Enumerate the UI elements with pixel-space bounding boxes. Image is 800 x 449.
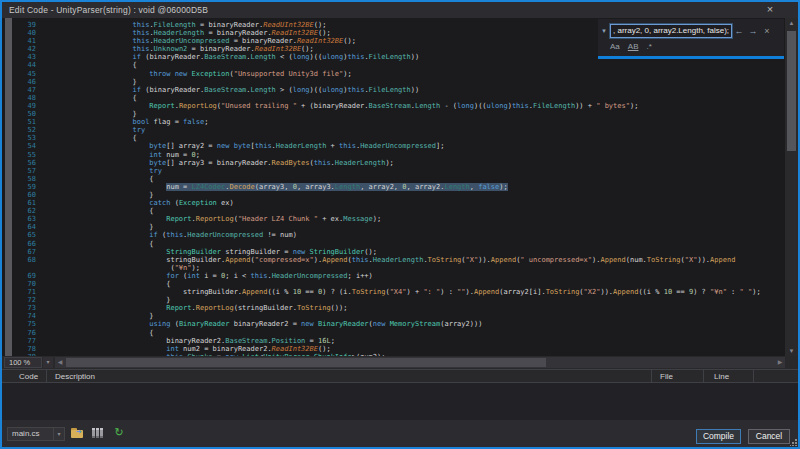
find-previous-icon[interactable]: ← — [732, 26, 746, 36]
file-tab-combobox[interactable]: main.cs ▾ — [7, 427, 65, 441]
line-number: 60 — [2, 191, 36, 199]
add-document-button[interactable]: ➜ — [70, 426, 84, 440]
file-tab-label: main.cs — [8, 428, 53, 440]
line-number: 51 — [2, 118, 36, 126]
code-line[interactable]: 75 using (BinaryReader binaryReader2 = n… — [2, 320, 798, 328]
line-number: 61 — [2, 199, 36, 207]
line-number: 46 — [2, 78, 36, 86]
line-number: 43 — [2, 53, 36, 61]
code-line[interactable]: 76 { — [2, 329, 798, 337]
column-header-description[interactable]: Description — [47, 370, 652, 382]
file-tab-dropdown-icon[interactable]: ▾ — [53, 428, 64, 440]
line-number: 49 — [2, 102, 36, 110]
edit-code-dialog: Edit Code - UnityParser(string) : void @… — [0, 0, 800, 449]
line-number: 75 — [2, 320, 36, 328]
column-header-code[interactable]: Code — [2, 370, 47, 382]
code-line[interactable]: 55 int num = 0; — [2, 151, 798, 159]
line-number: 72 — [2, 296, 36, 304]
code-line[interactable]: 66 { — [2, 240, 798, 248]
whole-word-toggle[interactable]: AB — [628, 42, 639, 51]
code-line[interactable]: 70 { — [2, 280, 798, 288]
vertical-scrollbar-thumb[interactable] — [787, 31, 796, 151]
scroll-right-icon[interactable]: ▶ — [775, 357, 785, 368]
code-line[interactable]: 52 try — [2, 126, 798, 134]
code-line[interactable]: ("¥n"); — [2, 264, 798, 272]
bottom-bar: main.cs ▾ ➜ ↻ Compile Cancel — [2, 420, 798, 447]
line-number: 48 — [2, 94, 36, 102]
line-number: 44 — [2, 61, 36, 69]
code-line[interactable]: 63 Report.ReportLog("Header LZ4 Chunk " … — [2, 215, 798, 223]
code-line[interactable]: 64 } — [2, 223, 798, 231]
title-bar[interactable]: Edit Code - UnityParser(string) : void @… — [2, 2, 798, 18]
code-line[interactable]: 73 Report.ReportLog(stringBuilder.ToStri… — [2, 304, 798, 312]
compile-button[interactable]: Compile — [696, 429, 741, 444]
scroll-left-icon[interactable]: ◀ — [55, 357, 65, 368]
line-number: 70 — [2, 280, 36, 288]
line-number: 56 — [2, 159, 36, 167]
scroll-up-icon[interactable]: ▲ — [785, 18, 798, 28]
code-line[interactable]: 57 try — [2, 167, 798, 175]
line-number — [2, 264, 36, 272]
scroll-down-icon[interactable]: ▼ — [785, 346, 798, 356]
code-line[interactable]: 48 { — [2, 94, 798, 102]
code-line[interactable]: 58 { — [2, 175, 798, 183]
folder-arrow-icon: ➜ — [76, 428, 82, 435]
gac-reference-icon: ↻ — [112, 426, 126, 440]
code-line[interactable]: 61 catch (Exception ex) — [2, 199, 798, 207]
find-next-icon[interactable]: → — [746, 26, 760, 36]
line-number: 55 — [2, 151, 36, 159]
code-line[interactable]: 59 num = LZ4Codec.Decode(array3, 0, arra… — [2, 183, 798, 191]
zoom-level-control[interactable]: 100 % — [4, 357, 42, 368]
line-number: 64 — [2, 223, 36, 231]
code-line[interactable]: 44 { — [2, 61, 798, 69]
match-case-toggle[interactable]: Aa — [610, 42, 620, 51]
code-line[interactable]: 60 } — [2, 191, 798, 199]
code-line[interactable]: 54 byte[] array2 = new byte[this.HeaderL… — [2, 142, 798, 150]
vertical-scrollbar[interactable]: ▲ ▼ — [785, 18, 798, 356]
horizontal-scrollbar[interactable]: ◀ ▶ — [55, 357, 785, 368]
find-input[interactable] — [610, 24, 732, 38]
code-line[interactable]: 50 } — [2, 110, 798, 118]
code-line[interactable]: 77 binaryReader2.BaseStream.Position = 1… — [2, 337, 798, 345]
line-number: 42 — [2, 45, 36, 53]
code-line[interactable]: 46 } — [2, 78, 798, 86]
code-line[interactable]: 56 byte[] array3 = binaryReader.ReadByte… — [2, 159, 798, 167]
regex-toggle[interactable]: .* — [646, 42, 651, 51]
code-line[interactable]: 47 if (binaryReader.BaseStream.Length > … — [2, 86, 798, 94]
code-line[interactable]: 45 throw new Exception("Unsupported Unit… — [2, 70, 798, 78]
find-history-chevron-icon[interactable]: ▾ — [598, 27, 610, 35]
code-editor[interactable]: 39 this.FileLength = binaryReader.ReadUI… — [2, 18, 798, 356]
line-number: 78 — [2, 345, 36, 353]
error-list-body[interactable] — [2, 383, 798, 420]
code-line[interactable]: 74 } — [2, 312, 798, 320]
line-number: 68 — [2, 256, 36, 264]
line-number: 63 — [2, 215, 36, 223]
add-assembly-reference-button[interactable] — [91, 426, 105, 440]
code-line[interactable]: 51 bool flag = false; — [2, 118, 798, 126]
code-line[interactable]: 53 { — [2, 134, 798, 142]
horizontal-scrollbar-thumb[interactable] — [66, 358, 546, 367]
find-close-icon[interactable]: × — [760, 26, 774, 36]
line-number: 52 — [2, 126, 36, 134]
code-line[interactable]: 72 } — [2, 296, 798, 304]
code-line[interactable]: 67 StringBuilder stringBuilder = new Str… — [2, 248, 798, 256]
find-panel: ▾ ← → × Aa AB .* — [598, 19, 784, 59]
code-line[interactable]: 71 stringBuilder.Append((i % 10 == 0) ? … — [2, 288, 798, 296]
code-line[interactable]: 78 int num2 = binaryReader2.ReadInt32BE(… — [2, 345, 798, 353]
code-line[interactable]: 69 for (int i = 0; i < this.HeaderUncomp… — [2, 272, 798, 280]
code-line[interactable]: 49 Report.ReportLog("Unused trailing " +… — [2, 102, 798, 110]
resize-grip[interactable] — [790, 439, 797, 446]
code-line[interactable]: 68 stringBuilder.Append("compressed=x").… — [2, 256, 798, 264]
column-header-line[interactable]: Line — [704, 370, 754, 382]
line-number: 41 — [2, 37, 36, 45]
add-gac-reference-button[interactable]: ↻ — [112, 426, 126, 440]
cancel-button[interactable]: Cancel — [748, 429, 790, 444]
code-line[interactable]: 65 if (this.HeaderUncompressed != num) — [2, 231, 798, 239]
column-header-file[interactable]: File — [652, 370, 704, 382]
line-number: 50 — [2, 110, 36, 118]
code-lines: 39 this.FileLength = binaryReader.ReadUI… — [2, 21, 798, 356]
code-line[interactable]: 62 { — [2, 207, 798, 215]
close-icon[interactable]: × — [762, 2, 778, 18]
zoom-dropdown-icon[interactable]: ▾ — [43, 357, 53, 368]
line-number: 57 — [2, 167, 36, 175]
